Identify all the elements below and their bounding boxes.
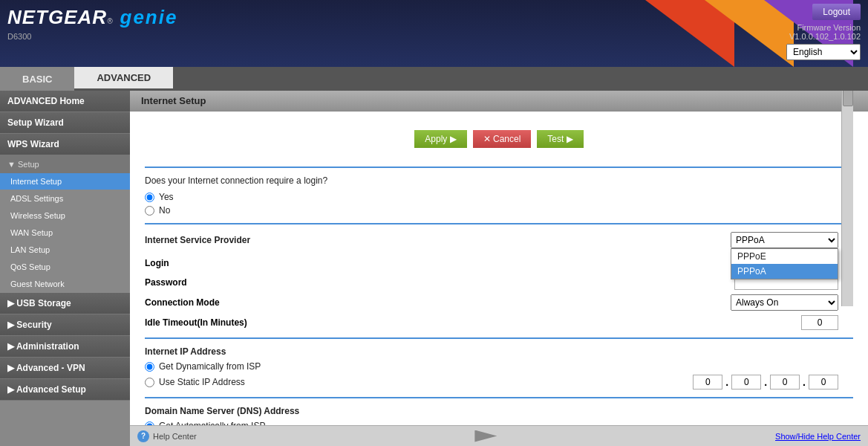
firmware-label: Firmware Version V1.0.0.102_1.0.102 (789, 23, 861, 41)
ip-octet-4[interactable] (809, 375, 838, 390)
password-label: Password (145, 277, 293, 288)
ip-octet-2[interactable] (731, 375, 761, 390)
login-label: Login (145, 258, 293, 268)
divider-2 (145, 223, 853, 224)
radio-yes-row: Yes (145, 192, 853, 202)
help-icon: ? (137, 430, 149, 442)
isp-option-pppoa[interactable]: PPPoA (731, 264, 838, 279)
sidebar-item-setup-wizard[interactable]: Setup Wizard (0, 112, 130, 134)
toolbar: Apply ▶ ✕ Cancel Test ▶ (145, 123, 853, 159)
idle-timeout-input[interactable] (801, 315, 838, 330)
use-static-label: Use Static IP Address (159, 377, 245, 387)
help-center-arrow (474, 430, 497, 442)
connection-mode-select[interactable]: Always On Dial on Demand Manually Connec… (731, 294, 838, 311)
divider-4 (145, 397, 853, 398)
login-question: Does your Internet connection require a … (145, 175, 853, 186)
yes-label: Yes (159, 192, 174, 202)
model-text: D6300 (7, 32, 177, 41)
bottom-bar: ? Help Center Show/Hide Help Center (130, 425, 868, 446)
netgear-logo: NETGEAR (7, 6, 107, 29)
help-center-label: Help Center (153, 432, 197, 441)
isp-dropdown-list: PPPoE PPPoA (731, 248, 838, 279)
nav-tabs: BASIC ADVANCED (0, 67, 868, 91)
sidebar: ADVANCED Home Setup Wizard WPS Wizard ▼ … (0, 91, 130, 446)
genie-logo: genie (120, 6, 178, 29)
radio-dynamic[interactable] (145, 362, 154, 372)
sidebar-item-qos-setup[interactable]: QoS Setup (0, 259, 130, 276)
idle-timeout-label: Idle Timeout(In Minutes) (145, 317, 293, 328)
ip-octet-1[interactable] (693, 375, 722, 390)
sidebar-item-advanced-home[interactable]: ADVANCED Home (0, 91, 130, 112)
isp-label: Internet Service Provider (145, 235, 293, 245)
setup-group-label: ▼ Setup (0, 155, 130, 173)
isp-select[interactable]: PPPoA PPPoE (731, 232, 838, 248)
divider-1 (145, 167, 853, 168)
main-layout: ADVANCED Home Setup Wizard WPS Wizard ▼ … (0, 91, 868, 446)
sidebar-item-wan-setup[interactable]: WAN Setup (0, 224, 130, 242)
logout-button[interactable]: Logout (812, 4, 861, 20)
scrollbar-track[interactable] (841, 91, 853, 306)
static-ip-row: Use Static IP Address (145, 377, 245, 387)
connection-mode-label: Connection Mode (145, 297, 293, 308)
sidebar-item-adsl-settings[interactable]: ADSL Settings (0, 190, 130, 207)
radio-no[interactable] (145, 206, 154, 216)
show-hide-help-link[interactable]: Show/Hide Help Center (775, 432, 861, 441)
tab-advanced[interactable]: ADVANCED (74, 67, 173, 91)
get-dynamic-row: Get Dynamically from ISP (145, 361, 853, 372)
test-button[interactable]: Test ▶ (537, 130, 583, 148)
sidebar-item-guest-network[interactable]: Guest Network (0, 276, 130, 293)
sidebar-item-security[interactable]: ▶ Security (0, 314, 130, 336)
sidebar-item-wireless-setup[interactable]: Wireless Setup (0, 207, 130, 224)
sidebar-item-advanced-vpn[interactable]: ▶ Advanced - VPN (0, 358, 130, 379)
sidebar-item-usb-storage[interactable]: ▶ USB Storage (0, 293, 130, 314)
tab-basic[interactable]: BASIC (0, 67, 74, 91)
sidebar-item-lan-setup[interactable]: LAN Setup (0, 242, 130, 259)
language-select[interactable]: English Español Français Deutsch (786, 44, 861, 60)
logo-area: NETGEAR ® genie D6300 (7, 6, 177, 41)
content-body: Apply ▶ ✕ Cancel Test ▶ Does your Intern… (130, 112, 868, 446)
content-area: Internet Setup Apply ▶ ✕ Cancel Test ▶ D… (130, 91, 868, 446)
apply-button[interactable]: Apply ▶ (414, 130, 466, 148)
sidebar-item-administration[interactable]: ▶ Administration (0, 336, 130, 358)
page-title: Internet Setup (130, 91, 868, 112)
help-center-left: ? Help Center (137, 430, 197, 442)
scrollbar-thumb (843, 91, 853, 106)
sidebar-item-advanced-setup[interactable]: ▶ Advanced Setup (0, 379, 130, 401)
internet-ip-title: Internet IP Address (145, 346, 853, 357)
no-label: No (159, 205, 170, 216)
sidebar-item-internet-setup[interactable]: Internet Setup (0, 173, 130, 190)
cancel-button[interactable]: ✕ Cancel (473, 130, 532, 148)
get-dynamic-label: Get Dynamically from ISP (159, 361, 261, 372)
isp-option-pppoe[interactable]: PPPoE (731, 249, 838, 264)
header-right: Logout Firmware Version V1.0.0.102_1.0.1… (786, 4, 861, 60)
radio-yes[interactable] (145, 193, 154, 202)
registered-mark: ® (107, 17, 112, 25)
ip-octet-3[interactable] (770, 375, 800, 390)
header: NETGEAR ® genie D6300 Logout Firmware Ve… (0, 0, 868, 67)
radio-no-row: No (145, 205, 853, 216)
radio-static[interactable] (145, 378, 154, 387)
divider-3 (145, 337, 853, 339)
sidebar-item-wps-wizard[interactable]: WPS Wizard (0, 134, 130, 155)
dns-title: Domain Name Server (DNS) Address (145, 406, 853, 416)
static-ip-inputs: . . . (245, 375, 853, 390)
isp-dropdown-container: PPPoA PPPoE PPPoE PPPoA (731, 232, 838, 248)
